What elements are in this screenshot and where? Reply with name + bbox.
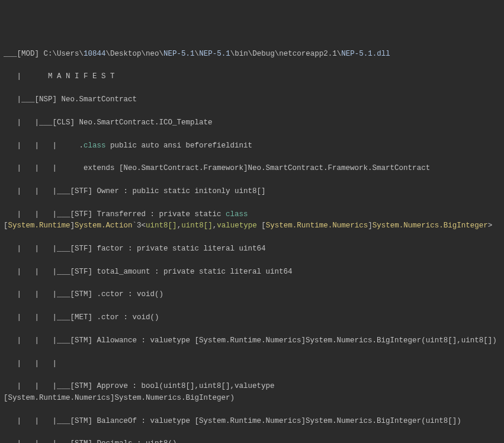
stf-transferred-line: | | |___[STF] Transferred : private stat… <box>4 209 500 232</box>
classdecl-mods: public auto ansi beforefieldinit <box>106 142 257 150</box>
class-keyword: class <box>84 142 106 150</box>
path-dll: NEP-5.1.dll <box>341 50 390 58</box>
path-users: \Users\ <box>53 50 84 58</box>
bracket: [ <box>257 222 266 230</box>
type-arg: uint8[] <box>181 222 213 230</box>
asm-ref: System.Runtime.Numerics <box>266 222 368 230</box>
class-keyword: class <box>226 210 248 219</box>
type-name: System.Action <box>75 222 133 230</box>
path-userid: 10844 <box>84 50 106 58</box>
module-header-line: ___[MOD] C:\Users\10844\Desktop\neo\NEP-… <box>4 49 500 60</box>
tree-continuation: | | | <box>4 358 500 370</box>
classdecl-pre: | | | . <box>4 142 84 150</box>
cls-line: | |___[CLS] Neo.SmartContract.ICO_Templa… <box>4 117 500 129</box>
bracket: ] <box>368 222 373 230</box>
asm-ref: System.Runtime <box>8 222 70 230</box>
stf-totalamount-line: | | |___[STF] total_amount : private sta… <box>4 267 500 278</box>
path-desktop: \Desktop\neo\ <box>106 50 164 58</box>
generic-close: > <box>488 222 493 230</box>
type-arg: uint8[] <box>146 222 177 230</box>
stm-approve-line: | | |___[STM] Approve : bool(uint8[],uin… <box>4 381 500 404</box>
type-arg: valuetype <box>217 222 257 230</box>
stm-cctor-line: | | |___[STM] .cctor : void() <box>4 289 500 300</box>
stm-decimals-line: | | |___[STM] Decimals : uint8() <box>4 438 500 443</box>
generic-open: `3< <box>133 222 146 230</box>
extends-line: | | | extends [Neo.SmartContract.Framewo… <box>4 163 500 174</box>
path-nep1: NEP-5.1 <box>163 50 195 58</box>
type-name: System.Numerics.BigInteger <box>373 222 488 230</box>
met-ctor-line: | | |___[MET] .ctor : void() <box>4 312 500 323</box>
stf-transferred-pre: | | |___[STF] Transferred : private stat… <box>4 210 226 219</box>
comma: , <box>177 222 182 230</box>
nsp-line: |___[NSP] Neo.SmartContract <box>4 94 500 105</box>
classdecl-line: | | | .class public auto ansi beforefiel… <box>4 140 500 152</box>
bracket: ] <box>70 222 75 230</box>
path-bin: \bin\Debug\netcoreapp2.1\ <box>230 50 342 58</box>
stf-factor-line: | | |___[STF] factor : private static li… <box>4 243 500 255</box>
path-sep1: \ <box>195 50 200 58</box>
path-nep2: NEP-5.1 <box>199 50 230 58</box>
manifest-line: | M A N I F E S T <box>4 71 500 82</box>
stm-allowance-line: | | |___[STM] Allowance : valuetype [Sys… <box>4 335 500 346</box>
path-drive: C: <box>44 50 53 58</box>
mod-tag: ___[MOD] <box>4 50 44 58</box>
stm-balanceof-line: | | |___[STM] BalanceOf : valuetype [Sys… <box>4 416 500 427</box>
stf-owner-line: | | |___[STF] Owner : public static init… <box>4 186 500 197</box>
